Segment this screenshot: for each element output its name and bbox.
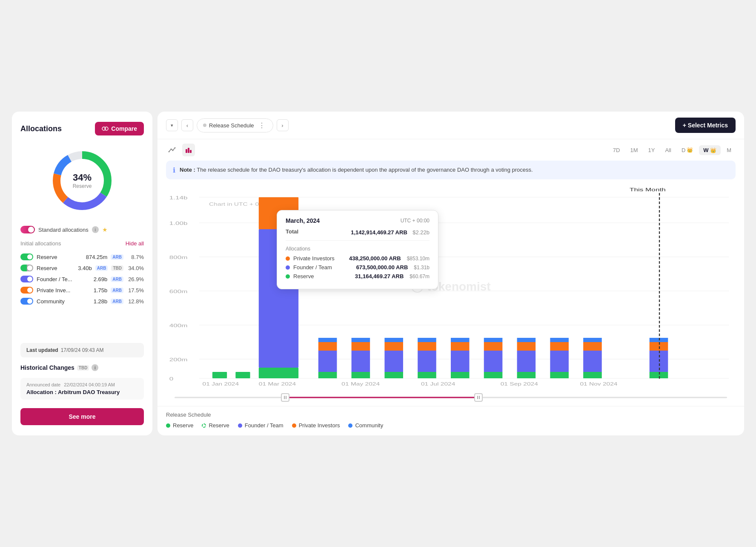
dropdown-button[interactable]: ▾ — [166, 119, 178, 131]
initial-allocations-title: Initial allocations — [20, 240, 61, 247]
hist-item-title: Allocation : Arbitrum DAO Treasury — [26, 389, 138, 395]
tooltip-header: March, 2024 UTC + 00:00 — [286, 217, 430, 224]
legend-items: Reserve Reserve Founder / Team Private I… — [166, 422, 736, 429]
alloc-toggle-reserve1[interactable] — [20, 253, 33, 260]
alloc-pct: 12.8% — [127, 298, 144, 305]
last-updated-value: 17/09/24 09:43 AM — [61, 347, 104, 353]
svg-text:1.14b: 1.14b — [169, 195, 188, 200]
allocation-list: Reserve 874.25m ARB 8.7% Reserve 3.40b A… — [20, 253, 144, 305]
time-1y[interactable]: 1Y — [644, 145, 659, 155]
right-topbar: ▾ ‹ Release Schedule ⋮ › + Select Metric… — [158, 112, 744, 139]
alloc-amount: 1.28b — [94, 298, 108, 305]
legend-label-founder: Founder / Team — [245, 422, 284, 429]
standard-allocations-row: Standard allocations i ★ — [20, 226, 144, 233]
alloc-pct: 26.9% — [127, 276, 144, 282]
svg-rect-31 — [259, 368, 298, 378]
legend-private: Private Investors — [292, 422, 340, 429]
hist-info-icon[interactable]: i — [92, 364, 98, 371]
tooltip-usd-founder: $1.31b — [414, 265, 430, 271]
time-buttons: 7D 1M 1Y All D 👑 W 👑 M — [609, 145, 736, 155]
tbd-badge: TBD — [111, 265, 123, 271]
nav-next-button[interactable]: › — [277, 119, 289, 131]
note-label: Note : — [180, 167, 195, 173]
tooltip-total-row: Total 1,142,914,469.27 ARB $2.22b — [286, 228, 430, 241]
svg-rect-63 — [550, 351, 569, 372]
svg-rect-73 — [650, 338, 668, 342]
legend-dot-reserve — [166, 423, 170, 428]
time-1m[interactable]: 1M — [626, 145, 642, 155]
arb-badge: ARB — [111, 288, 123, 293]
svg-rect-47 — [418, 351, 436, 372]
svg-rect-12 — [188, 148, 189, 153]
time-d-crown[interactable]: D 👑 — [677, 145, 697, 155]
tooltip-val-founder: 673,500,000.00 ARB — [356, 264, 408, 271]
alloc-toggle-reserve2[interactable] — [20, 265, 33, 271]
time-w-crown[interactable]: W 👑 — [699, 145, 721, 155]
release-schedule-tab[interactable]: Release Schedule ⋮ — [197, 118, 273, 132]
left-panel: Allocations Compare — [12, 112, 152, 435]
alloc-amount: 1.75b — [94, 287, 108, 294]
legend-title: Release Schedule — [166, 412, 736, 418]
alloc-toggle-community[interactable] — [20, 298, 33, 305]
time-m[interactable]: M — [722, 145, 736, 155]
crown-icon-w: 👑 — [710, 147, 716, 153]
tooltip-usd-reserve: $60.67m — [410, 274, 430, 279]
line-chart-icon[interactable] — [166, 144, 179, 156]
time-all[interactable]: All — [661, 145, 675, 155]
range-handle-right[interactable] — [474, 393, 483, 402]
svg-text:01 Jul 2024: 01 Jul 2024 — [421, 382, 455, 386]
svg-rect-40 — [352, 342, 370, 351]
svg-rect-46 — [418, 372, 436, 378]
svg-rect-60 — [517, 342, 536, 351]
alloc-name: Founder / Te... — [37, 276, 90, 282]
alloc-toggle-private[interactable] — [20, 287, 33, 294]
donut-chart: 34% Reserve — [20, 142, 144, 219]
historical-changes-header: Historical Changes TBD i — [20, 364, 144, 371]
star-icon: ★ — [102, 226, 108, 233]
arb-badge: ARB — [111, 276, 123, 282]
alloc-toggle-founder[interactable] — [20, 276, 33, 282]
legend-community: Community — [348, 422, 383, 429]
tab-label: Release Schedule — [209, 122, 254, 129]
info-icon[interactable]: i — [92, 226, 99, 233]
svg-text:1.00b: 1.00b — [169, 221, 188, 226]
nav-prev-button[interactable]: ‹ — [181, 119, 193, 131]
tooltip-utc: UTC + 00:00 — [401, 218, 430, 224]
hist-date-value: 22/02/2024 04:00:19 AM — [64, 382, 115, 387]
svg-rect-11 — [186, 149, 187, 153]
svg-point-10 — [175, 147, 176, 149]
time-7d[interactable]: 7D — [609, 145, 624, 155]
tab-more-icon[interactable]: ⋮ — [257, 121, 267, 130]
svg-text:200m: 200m — [169, 357, 188, 362]
svg-rect-29 — [212, 372, 227, 378]
svg-text:This Month: This Month — [630, 187, 666, 192]
svg-rect-66 — [583, 372, 602, 378]
tooltip-dot-reserve — [286, 274, 290, 279]
tooltip-alloc-reserve: Reserve 31,164,469.27 ARB $60.67m — [286, 273, 430, 279]
bar-chart-icon[interactable] — [182, 144, 195, 156]
alloc-name: Community — [37, 298, 90, 305]
compare-button[interactable]: Compare — [95, 122, 144, 135]
svg-rect-59 — [517, 351, 536, 372]
svg-rect-64 — [550, 342, 569, 351]
right-panel: ▾ ‹ Release Schedule ⋮ › + Select Metric… — [158, 112, 744, 435]
tooltip-name-reserve: Reserve — [293, 273, 352, 279]
svg-rect-56 — [484, 342, 503, 351]
svg-rect-68 — [583, 342, 602, 351]
svg-rect-71 — [650, 351, 668, 372]
svg-text:400m: 400m — [169, 323, 188, 328]
range-handle-left[interactable] — [281, 393, 289, 402]
hide-all-button[interactable]: Hide all — [126, 240, 144, 247]
select-metrics-button[interactable]: + Select Metrics — [675, 118, 736, 133]
panel-header: Allocations Compare — [20, 122, 144, 135]
standard-allocations-toggle[interactable] — [20, 226, 35, 233]
see-more-button[interactable]: See more — [20, 408, 144, 425]
svg-text:600m: 600m — [169, 289, 188, 294]
bar-chart-svg: 1.14b 1.00b 800m 600m 400m 200m 0 — [166, 184, 736, 389]
legend-dot-private — [292, 423, 296, 428]
svg-rect-62 — [550, 372, 569, 378]
svg-rect-34 — [318, 372, 337, 378]
tooltip-name-founder: Founder / Team — [293, 264, 353, 271]
svg-point-1 — [105, 127, 108, 130]
range-slider[interactable] — [175, 389, 727, 406]
